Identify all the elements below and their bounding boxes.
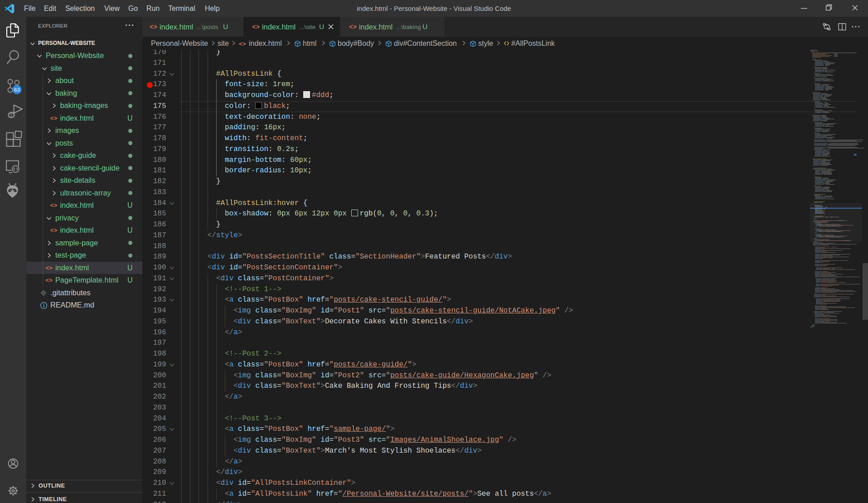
svg-text:63: 63 [14,87,20,93]
